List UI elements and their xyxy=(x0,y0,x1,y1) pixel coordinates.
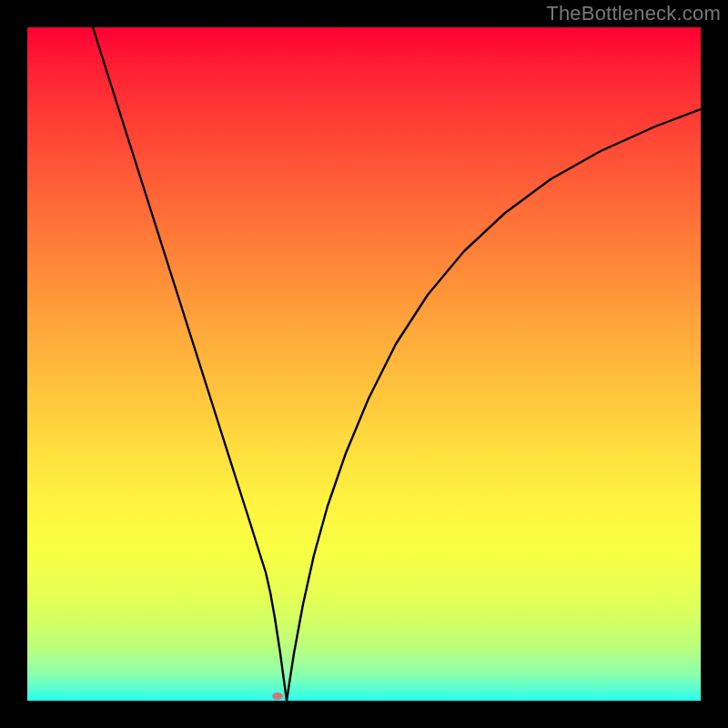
chart-frame: TheBottleneck.com xyxy=(0,0,728,728)
plot-area xyxy=(27,27,701,701)
minimum-marker xyxy=(272,693,283,700)
bottleneck-curve xyxy=(27,27,701,701)
watermark-text: TheBottleneck.com xyxy=(546,2,721,25)
